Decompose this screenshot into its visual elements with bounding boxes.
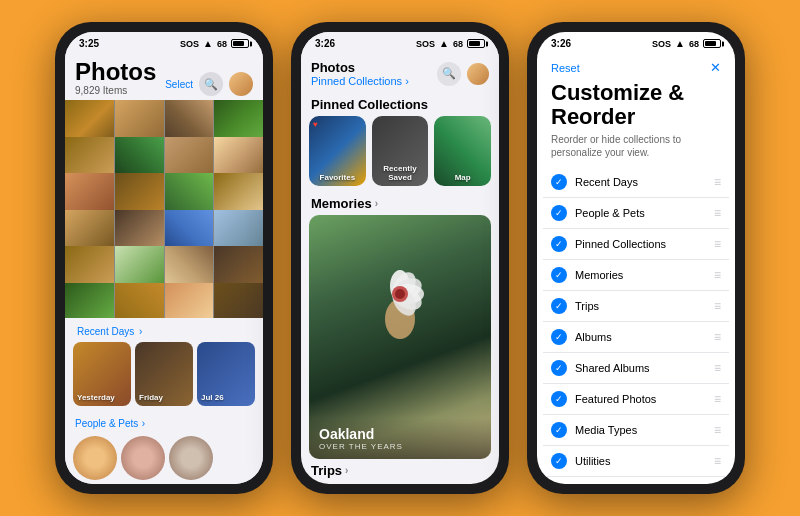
time-2: 3:26 [315, 38, 335, 49]
photo-cell[interactable] [214, 283, 263, 319]
p1-search-btn[interactable]: 🔍 [199, 72, 223, 96]
battery-text-1: 68 [217, 39, 227, 49]
list-item-label: Pinned Collections [575, 238, 666, 250]
wifi-icon-3: ▲ [675, 38, 685, 49]
p2-pinned-map[interactable]: Map [434, 116, 491, 186]
p2-avatar[interactable] [467, 63, 489, 85]
drag-handle-icon[interactable]: ≡ [714, 454, 721, 468]
list-item-label: Media Types [575, 424, 637, 436]
p2-main-photo[interactable]: Oakland OVER THE YEARS [309, 215, 491, 459]
p3-close-btn[interactable]: ✕ [710, 60, 721, 75]
phone-1-screen: 3:25 SOS ▲ 68 Photos 9,829 Items Select … [65, 32, 263, 484]
photo-cell[interactable] [165, 283, 214, 319]
heart-icon: ♥ [313, 120, 318, 129]
p1-people-section: People & Pets › [65, 412, 263, 434]
memories-chevron-icon: › [375, 198, 378, 209]
p2-search-btn[interactable]: 🔍 [437, 62, 461, 86]
p1-photo-grid: 0:51 0:23 [65, 100, 263, 318]
check-icon: ✓ [551, 205, 567, 221]
p1-recent-days-label: Recent Days › [65, 318, 263, 342]
p2-photo-title: Oakland [319, 426, 481, 442]
list-item-albums[interactable]: ✓ Albums ≡ [543, 322, 729, 353]
p1-recent-jul26[interactable]: Jul 26 [197, 342, 255, 406]
p2-main-title: Photos [311, 60, 409, 75]
photo-cell[interactable] [65, 283, 114, 319]
battery-icon-2 [467, 39, 485, 48]
p1-recent-friday[interactable]: Friday [135, 342, 193, 406]
p2-pinned-recently-saved[interactable]: Recently Saved [372, 116, 429, 186]
check-icon: ✓ [551, 391, 567, 407]
list-item-featured-photos[interactable]: ✓ Featured Photos ≡ [543, 384, 729, 415]
svg-point-8 [395, 289, 405, 299]
check-icon: ✓ [551, 298, 567, 314]
p1-header-row: Photos 9,829 Items Select 🔍 [75, 60, 253, 96]
p2-memories-label[interactable]: Memories › [301, 192, 499, 215]
list-item-people-pets[interactable]: ✓ People & Pets ≡ [543, 198, 729, 229]
p3-list: ✓ Recent Days ≡ ✓ People & Pets ≡ ✓ Pinn… [537, 167, 735, 484]
list-item-left: ✓ Recent Days [551, 174, 638, 190]
p2-trips-label[interactable]: Trips › [301, 459, 499, 484]
time-3: 3:26 [551, 38, 571, 49]
p2-photo-overlay: Oakland OVER THE YEARS [309, 418, 491, 459]
wifi-icon-2: ▲ [439, 38, 449, 49]
drag-handle-icon[interactable]: ≡ [714, 361, 721, 375]
p1-title: Photos [75, 60, 156, 84]
p3-reset-btn[interactable]: Reset [551, 62, 580, 74]
list-item-wallpaper-suggestions[interactable]: ✓ Wallpaper Suggestions ≡ [543, 477, 729, 484]
status-bar-1: 3:25 SOS ▲ 68 [65, 32, 263, 51]
list-item-recent-days[interactable]: ✓ Recent Days ≡ [543, 167, 729, 198]
p1-people-row [65, 434, 263, 484]
battery-text-3: 68 [689, 39, 699, 49]
p2-pinned-favorites[interactable]: ♥ Favorites [309, 116, 366, 186]
list-item-label: Utilities [575, 455, 610, 467]
signal-3: SOS [652, 39, 671, 49]
p1-avatar-btn[interactable] [229, 72, 253, 96]
p1-recent-yesterday[interactable]: Yesterday [73, 342, 131, 406]
check-icon: ✓ [551, 360, 567, 376]
drag-handle-icon[interactable]: ≡ [714, 423, 721, 437]
status-bar-3: 3:26 SOS ▲ 68 [537, 32, 735, 51]
drag-handle-icon[interactable]: ≡ [714, 330, 721, 344]
list-item-pinned-collections[interactable]: ✓ Pinned Collections ≡ [543, 229, 729, 260]
drag-handle-icon[interactable]: ≡ [714, 268, 721, 282]
battery-text-2: 68 [453, 39, 463, 49]
battery-icon-1 [231, 39, 249, 48]
p1-person-1[interactable] [73, 436, 117, 480]
phone-2: 3:26 SOS ▲ 68 Photos Pinned Collections … [291, 22, 509, 494]
battery-icon-3 [703, 39, 721, 48]
wifi-icon-1: ▲ [203, 38, 213, 49]
check-icon: ✓ [551, 422, 567, 438]
drag-handle-icon[interactable]: ≡ [714, 206, 721, 220]
status-right-2: SOS ▲ 68 [416, 38, 485, 49]
status-right-1: SOS ▲ 68 [180, 38, 249, 49]
p2-subtitle[interactable]: Pinned Collections › [311, 75, 409, 87]
list-item-media-types[interactable]: ✓ Media Types ≡ [543, 415, 729, 446]
list-item-label: Trips [575, 300, 599, 312]
list-item-shared-albums[interactable]: ✓ Shared Albums ≡ [543, 353, 729, 384]
status-right-3: SOS ▲ 68 [652, 38, 721, 49]
signal-2: SOS [416, 39, 435, 49]
list-item-label: Recent Days [575, 176, 638, 188]
p3-main-title: Customize &Reorder [537, 79, 735, 133]
drag-handle-icon[interactable]: ≡ [714, 392, 721, 406]
flower-illustration [360, 264, 440, 344]
p2-title-row: Photos Pinned Collections › 🔍 [311, 60, 489, 87]
drag-handle-icon[interactable]: ≡ [714, 237, 721, 251]
p2-title-group: Photos Pinned Collections › [311, 60, 409, 87]
list-item-label: Shared Albums [575, 362, 650, 374]
list-item-label: People & Pets [575, 207, 645, 219]
check-icon: ✓ [551, 329, 567, 345]
drag-handle-icon[interactable]: ≡ [714, 299, 721, 313]
list-item-memories[interactable]: ✓ Memories ≡ [543, 260, 729, 291]
p1-person-3[interactable] [169, 436, 213, 480]
check-icon: ✓ [551, 236, 567, 252]
p1-select-btn[interactable]: Select [165, 79, 193, 90]
photo-cell[interactable] [115, 283, 164, 319]
drag-handle-icon[interactable]: ≡ [714, 175, 721, 189]
list-item-utilities[interactable]: ✓ Utilities ≡ [543, 446, 729, 477]
list-item-trips[interactable]: ✓ Trips ≡ [543, 291, 729, 322]
phone-1: 3:25 SOS ▲ 68 Photos 9,829 Items Select … [55, 22, 273, 494]
p2-pinned-collections-label: Pinned Collections [301, 91, 499, 116]
check-icon: ✓ [551, 453, 567, 469]
p1-person-2[interactable] [121, 436, 165, 480]
